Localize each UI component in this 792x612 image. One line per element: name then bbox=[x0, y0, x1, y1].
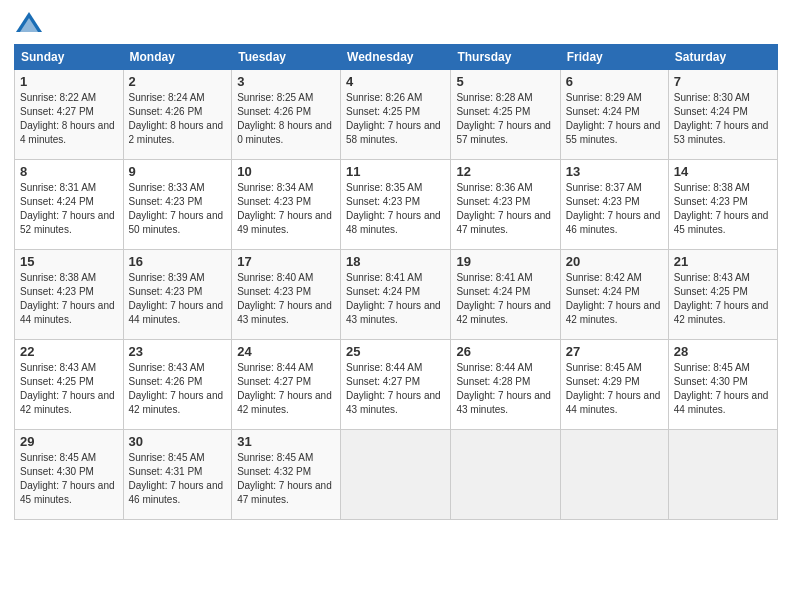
day-info: Sunrise: 8:33 AM Sunset: 4:23 PM Dayligh… bbox=[129, 181, 227, 237]
day-info: Sunrise: 8:43 AM Sunset: 4:25 PM Dayligh… bbox=[20, 361, 118, 417]
day-number: 24 bbox=[237, 344, 335, 359]
sunrise-text: Sunrise: 8:37 AM bbox=[566, 181, 663, 195]
daylight-text: Daylight: 7 hours and 45 minutes. bbox=[20, 479, 118, 507]
sunset-text: Sunset: 4:32 PM bbox=[237, 465, 335, 479]
day-number: 28 bbox=[674, 344, 772, 359]
sunset-text: Sunset: 4:23 PM bbox=[237, 285, 335, 299]
sunset-text: Sunset: 4:23 PM bbox=[237, 195, 335, 209]
day-cell: 29 Sunrise: 8:45 AM Sunset: 4:30 PM Dayl… bbox=[15, 430, 124, 520]
day-number: 15 bbox=[20, 254, 118, 269]
day-cell: 12 Sunrise: 8:36 AM Sunset: 4:23 PM Dayl… bbox=[451, 160, 560, 250]
column-header-friday: Friday bbox=[560, 45, 668, 70]
day-info: Sunrise: 8:30 AM Sunset: 4:24 PM Dayligh… bbox=[674, 91, 772, 147]
day-number: 12 bbox=[456, 164, 554, 179]
logo bbox=[14, 10, 48, 40]
day-info: Sunrise: 8:40 AM Sunset: 4:23 PM Dayligh… bbox=[237, 271, 335, 327]
sunrise-text: Sunrise: 8:36 AM bbox=[456, 181, 554, 195]
day-info: Sunrise: 8:26 AM Sunset: 4:25 PM Dayligh… bbox=[346, 91, 445, 147]
day-info: Sunrise: 8:38 AM Sunset: 4:23 PM Dayligh… bbox=[674, 181, 772, 237]
sunset-text: Sunset: 4:23 PM bbox=[456, 195, 554, 209]
sunrise-text: Sunrise: 8:45 AM bbox=[566, 361, 663, 375]
daylight-text: Daylight: 7 hours and 42 minutes. bbox=[566, 299, 663, 327]
sunrise-text: Sunrise: 8:28 AM bbox=[456, 91, 554, 105]
day-number: 21 bbox=[674, 254, 772, 269]
day-cell: 1 Sunrise: 8:22 AM Sunset: 4:27 PM Dayli… bbox=[15, 70, 124, 160]
daylight-text: Daylight: 7 hours and 42 minutes. bbox=[237, 389, 335, 417]
daylight-text: Daylight: 7 hours and 43 minutes. bbox=[456, 389, 554, 417]
day-info: Sunrise: 8:24 AM Sunset: 4:26 PM Dayligh… bbox=[129, 91, 227, 147]
sunrise-text: Sunrise: 8:45 AM bbox=[237, 451, 335, 465]
sunset-text: Sunset: 4:27 PM bbox=[346, 375, 445, 389]
day-cell: 5 Sunrise: 8:28 AM Sunset: 4:25 PM Dayli… bbox=[451, 70, 560, 160]
day-number: 5 bbox=[456, 74, 554, 89]
daylight-text: Daylight: 7 hours and 43 minutes. bbox=[237, 299, 335, 327]
day-cell: 27 Sunrise: 8:45 AM Sunset: 4:29 PM Dayl… bbox=[560, 340, 668, 430]
sunrise-text: Sunrise: 8:29 AM bbox=[566, 91, 663, 105]
page: SundayMondayTuesdayWednesdayThursdayFrid… bbox=[0, 0, 792, 530]
day-number: 25 bbox=[346, 344, 445, 359]
column-header-saturday: Saturday bbox=[668, 45, 777, 70]
daylight-text: Daylight: 7 hours and 50 minutes. bbox=[129, 209, 227, 237]
sunset-text: Sunset: 4:25 PM bbox=[674, 285, 772, 299]
day-number: 23 bbox=[129, 344, 227, 359]
sunset-text: Sunset: 4:28 PM bbox=[456, 375, 554, 389]
day-cell: 30 Sunrise: 8:45 AM Sunset: 4:31 PM Dayl… bbox=[123, 430, 232, 520]
sunrise-text: Sunrise: 8:22 AM bbox=[20, 91, 118, 105]
sunrise-text: Sunrise: 8:41 AM bbox=[346, 271, 445, 285]
sunrise-text: Sunrise: 8:33 AM bbox=[129, 181, 227, 195]
daylight-text: Daylight: 7 hours and 55 minutes. bbox=[566, 119, 663, 147]
day-number: 4 bbox=[346, 74, 445, 89]
sunrise-text: Sunrise: 8:43 AM bbox=[129, 361, 227, 375]
column-header-sunday: Sunday bbox=[15, 45, 124, 70]
day-info: Sunrise: 8:38 AM Sunset: 4:23 PM Dayligh… bbox=[20, 271, 118, 327]
daylight-text: Daylight: 7 hours and 46 minutes. bbox=[566, 209, 663, 237]
day-info: Sunrise: 8:45 AM Sunset: 4:29 PM Dayligh… bbox=[566, 361, 663, 417]
daylight-text: Daylight: 8 hours and 2 minutes. bbox=[129, 119, 227, 147]
sunrise-text: Sunrise: 8:35 AM bbox=[346, 181, 445, 195]
sunset-text: Sunset: 4:23 PM bbox=[674, 195, 772, 209]
day-number: 3 bbox=[237, 74, 335, 89]
day-number: 19 bbox=[456, 254, 554, 269]
column-header-wednesday: Wednesday bbox=[341, 45, 451, 70]
sunrise-text: Sunrise: 8:41 AM bbox=[456, 271, 554, 285]
sunset-text: Sunset: 4:24 PM bbox=[346, 285, 445, 299]
sunset-text: Sunset: 4:27 PM bbox=[20, 105, 118, 119]
day-info: Sunrise: 8:37 AM Sunset: 4:23 PM Dayligh… bbox=[566, 181, 663, 237]
day-number: 10 bbox=[237, 164, 335, 179]
sunset-text: Sunset: 4:23 PM bbox=[129, 195, 227, 209]
day-info: Sunrise: 8:45 AM Sunset: 4:30 PM Dayligh… bbox=[20, 451, 118, 507]
day-number: 13 bbox=[566, 164, 663, 179]
sunrise-text: Sunrise: 8:42 AM bbox=[566, 271, 663, 285]
day-cell: 11 Sunrise: 8:35 AM Sunset: 4:23 PM Dayl… bbox=[341, 160, 451, 250]
day-cell: 2 Sunrise: 8:24 AM Sunset: 4:26 PM Dayli… bbox=[123, 70, 232, 160]
calendar-header-row: SundayMondayTuesdayWednesdayThursdayFrid… bbox=[15, 45, 778, 70]
sunset-text: Sunset: 4:24 PM bbox=[566, 105, 663, 119]
sunrise-text: Sunrise: 8:38 AM bbox=[20, 271, 118, 285]
sunrise-text: Sunrise: 8:44 AM bbox=[456, 361, 554, 375]
day-cell: 3 Sunrise: 8:25 AM Sunset: 4:26 PM Dayli… bbox=[232, 70, 341, 160]
day-info: Sunrise: 8:34 AM Sunset: 4:23 PM Dayligh… bbox=[237, 181, 335, 237]
sunrise-text: Sunrise: 8:25 AM bbox=[237, 91, 335, 105]
sunrise-text: Sunrise: 8:43 AM bbox=[20, 361, 118, 375]
day-cell: 13 Sunrise: 8:37 AM Sunset: 4:23 PM Dayl… bbox=[560, 160, 668, 250]
daylight-text: Daylight: 7 hours and 42 minutes. bbox=[129, 389, 227, 417]
day-number: 14 bbox=[674, 164, 772, 179]
sunrise-text: Sunrise: 8:45 AM bbox=[674, 361, 772, 375]
day-cell bbox=[668, 430, 777, 520]
sunrise-text: Sunrise: 8:34 AM bbox=[237, 181, 335, 195]
day-number: 29 bbox=[20, 434, 118, 449]
day-cell: 17 Sunrise: 8:40 AM Sunset: 4:23 PM Dayl… bbox=[232, 250, 341, 340]
daylight-text: Daylight: 7 hours and 57 minutes. bbox=[456, 119, 554, 147]
day-number: 11 bbox=[346, 164, 445, 179]
day-number: 6 bbox=[566, 74, 663, 89]
daylight-text: Daylight: 7 hours and 44 minutes. bbox=[566, 389, 663, 417]
day-info: Sunrise: 8:42 AM Sunset: 4:24 PM Dayligh… bbox=[566, 271, 663, 327]
sunrise-text: Sunrise: 8:44 AM bbox=[346, 361, 445, 375]
sunset-text: Sunset: 4:30 PM bbox=[674, 375, 772, 389]
sunset-text: Sunset: 4:23 PM bbox=[20, 285, 118, 299]
sunset-text: Sunset: 4:27 PM bbox=[237, 375, 335, 389]
day-number: 26 bbox=[456, 344, 554, 359]
day-number: 31 bbox=[237, 434, 335, 449]
calendar-table: SundayMondayTuesdayWednesdayThursdayFrid… bbox=[14, 44, 778, 520]
day-cell: 14 Sunrise: 8:38 AM Sunset: 4:23 PM Dayl… bbox=[668, 160, 777, 250]
